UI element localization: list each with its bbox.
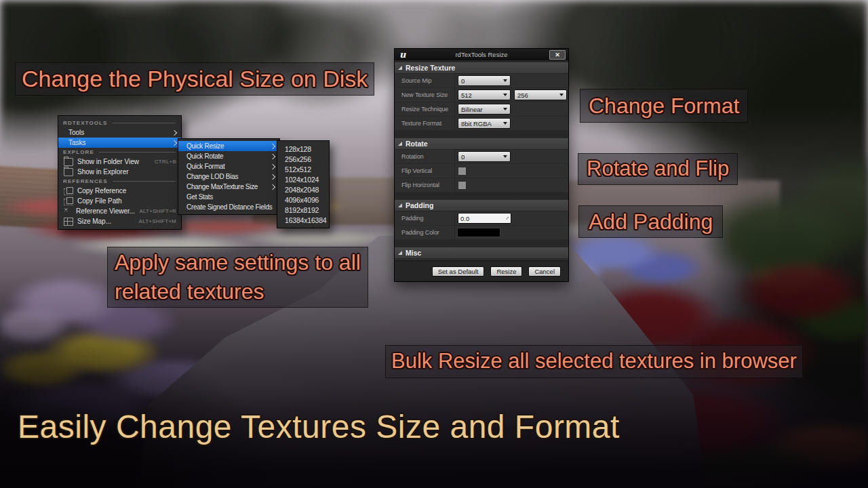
context-menu: RDTEXTOOLS Tools Tasks EXPLORE Show in F… xyxy=(58,115,182,230)
texture-format-dropdown[interactable]: 8bit RGBA xyxy=(458,118,511,129)
menu-item-label: 16384x16384 xyxy=(285,216,326,224)
menu-item-tasks[interactable]: Tasks xyxy=(58,138,181,148)
tasks-submenu: Quick Resize Quick Rotate Quick Format C… xyxy=(178,138,280,215)
quick-resize-sizes-menu: 128x128 256x256 512x512 1024x1024 2048x2… xyxy=(277,140,330,228)
section-expand-icon xyxy=(398,142,402,146)
menu-item-shortcut: ALT+SHIFT+R xyxy=(139,208,176,214)
callout-line: related textures xyxy=(115,277,361,306)
dropdown-value: Bilinear xyxy=(461,106,483,113)
rdtextools-resize-dialog: u rdTexTools Resize ✕ Resize Texture Sou… xyxy=(394,48,569,282)
field-label: New Texture Size xyxy=(395,92,454,98)
set-as-default-button[interactable]: Set as Default xyxy=(432,266,485,277)
callout-bulk-resize: Bulk Resize all selected textures in bro… xyxy=(385,345,803,378)
padding-color-swatch[interactable] xyxy=(458,228,500,237)
submenu-item-quick-format[interactable]: Quick Format xyxy=(178,161,279,171)
dialog-titlebar[interactable]: u rdTexTools Resize ✕ xyxy=(395,49,568,61)
chevron-down-icon xyxy=(503,79,507,82)
row-resize-technique: Resize Technique Bilinear xyxy=(395,102,568,117)
size-option-16384[interactable]: 16384x16384 xyxy=(277,215,329,225)
cancel-button[interactable]: Cancel xyxy=(528,266,561,277)
submenu-item-quick-resize[interactable]: Quick Resize xyxy=(178,141,279,151)
flip-horizontal-checkbox[interactable] xyxy=(458,181,467,190)
chevron-down-icon xyxy=(503,94,507,96)
row-flip-horizontal: Flip Horizontal xyxy=(395,178,568,192)
dropdown-value: 0 xyxy=(461,77,465,85)
size-map-icon xyxy=(64,218,73,226)
field-label: Flip Vertical xyxy=(395,167,454,174)
section-expand-icon xyxy=(398,66,402,70)
callout-add-padding: Add Padding xyxy=(578,205,723,238)
size-option-512[interactable]: 512x512 xyxy=(277,164,329,174)
submenu-item-quick-rotate[interactable]: Quick Rotate xyxy=(178,151,279,161)
submenu-item-change-maxtexture-size[interactable]: Change MaxTexture Size xyxy=(178,182,279,192)
field-label: Padding xyxy=(395,215,454,222)
section-padding[interactable]: Padding xyxy=(395,199,568,211)
size-option-4096[interactable]: 4096x4096 xyxy=(277,195,329,205)
section-rotate[interactable]: Rotate xyxy=(395,138,568,150)
menu-item-label: Quick Resize xyxy=(186,142,267,150)
menu-item-label: Show in Folder View xyxy=(77,158,155,165)
row-source-mip: Source Mip 0 xyxy=(395,74,568,88)
menu-item-label: 8192x8192 xyxy=(285,206,326,214)
menu-item-copy-file-path[interactable]: Copy File Path xyxy=(58,196,181,206)
row-new-texture-size: New Texture Size 512 256 xyxy=(395,88,568,102)
copy-icon xyxy=(64,188,73,195)
size-option-256[interactable]: 256x256 xyxy=(277,154,329,164)
size-option-128[interactable]: 128x128 xyxy=(277,144,329,154)
section-expand-icon xyxy=(398,251,402,255)
dialog-body: Resize Texture Source Mip 0 New Texture … xyxy=(395,60,568,261)
chevron-down-icon xyxy=(559,94,564,96)
footer-headline: Easily Change Textures Size and Format xyxy=(18,408,620,445)
submenu-item-create-signed-distance-fields[interactable]: Create Signed Distance Fields xyxy=(178,202,279,212)
menu-item-tools[interactable]: Tools xyxy=(58,127,181,138)
section-resize-texture[interactable]: Resize Texture xyxy=(395,62,568,74)
menu-item-label: 2048x2048 xyxy=(285,186,326,194)
dropdown-value: 0 xyxy=(461,153,465,161)
folder-explorer-icon xyxy=(64,168,73,176)
dropdown-value: 256 xyxy=(517,92,528,99)
menu-item-size-map[interactable]: Size Map... ALT+SHIFT+M xyxy=(58,216,181,226)
menu-section-label: REFERENCES xyxy=(63,178,108,184)
resize-button[interactable]: Resize xyxy=(490,266,522,277)
resize-technique-dropdown[interactable]: Bilinear xyxy=(458,104,511,115)
menu-item-label: Tasks xyxy=(68,139,168,146)
row-padding: Padding 0.0 ↕ xyxy=(395,211,568,226)
menu-item-label: Show in Explorer xyxy=(77,168,176,176)
folder-view-icon xyxy=(64,158,73,166)
section-expand-icon xyxy=(398,203,402,207)
size-option-2048[interactable]: 2048x2048 xyxy=(277,184,329,195)
menu-item-show-in-folder-view[interactable]: Show in Folder View CTRL+B xyxy=(58,157,181,167)
menu-item-label: Quick Format xyxy=(186,163,267,170)
dropdown-value: 512 xyxy=(461,92,472,99)
field-label: Texture Format xyxy=(395,120,454,127)
callout-change-format: Change Format xyxy=(580,89,748,123)
menu-item-label: Size Map... xyxy=(77,218,139,225)
row-flip-vertical: Flip Vertical xyxy=(395,164,568,178)
chevron-right-icon xyxy=(172,140,177,145)
menu-item-label: Reference Viewer... xyxy=(76,207,139,215)
close-button[interactable]: ✕ xyxy=(549,50,566,60)
menu-item-label: 128x128 xyxy=(285,145,326,153)
drag-resize-icon: ↕ xyxy=(505,216,510,221)
new-texture-width-dropdown[interactable]: 512 xyxy=(458,89,511,100)
flip-vertical-checkbox[interactable] xyxy=(458,167,467,176)
new-texture-height-dropdown[interactable]: 256 xyxy=(514,89,567,100)
submenu-item-change-lod-bias[interactable]: Change LOD Bias xyxy=(178,171,279,182)
section-misc[interactable]: Misc xyxy=(395,247,568,259)
submenu-item-get-stats[interactable]: Get Stats xyxy=(178,192,279,202)
source-mip-dropdown[interactable]: 0 xyxy=(458,75,511,86)
menu-item-show-in-explorer[interactable]: Show in Explorer xyxy=(58,167,181,177)
unreal-logo-icon: u xyxy=(399,49,406,60)
size-option-8192[interactable]: 8192x8192 xyxy=(277,205,329,215)
padding-input[interactable]: 0.0 ↕ xyxy=(458,213,511,224)
callout-apply-same-settings: Apply same settings to all related textu… xyxy=(107,247,368,308)
menu-section-label: RDTEXTOOLS xyxy=(63,120,108,126)
menu-item-reference-viewer[interactable]: Reference Viewer... ALT+SHIFT+R xyxy=(58,206,181,216)
size-option-1024[interactable]: 1024x1024 xyxy=(277,174,329,184)
menu-item-copy-reference[interactable]: Copy Reference xyxy=(58,186,181,196)
menu-item-label: Get Stats xyxy=(186,193,275,201)
rotation-dropdown[interactable]: 0 xyxy=(458,151,511,162)
row-rotation: Rotation 0 xyxy=(395,150,568,164)
copy-path-icon xyxy=(64,199,73,205)
chevron-down-icon xyxy=(503,122,507,125)
